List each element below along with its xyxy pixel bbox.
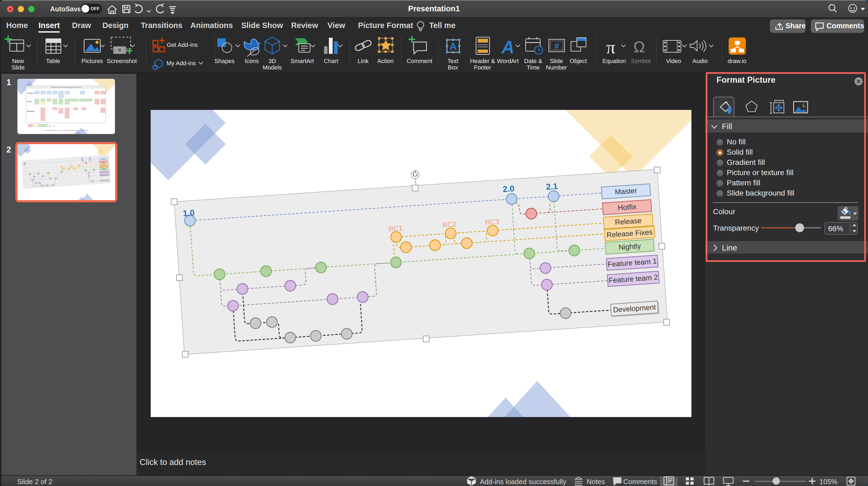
- svg-text:Hotfix: Hotfix: [618, 203, 637, 212]
- svg-text:Customer wants to purchase (a): Customer wants to purchase (a)vision's o…: [51, 87, 81, 88]
- svg-text:Nightly: Nightly: [618, 242, 641, 252]
- svg-text:Master: Master: [615, 187, 637, 196]
- svg-text:Sub-tasks: Sub-tasks: [27, 110, 34, 112]
- svg-text:A: A: [450, 41, 457, 52]
- svg-text:Issues: Issues: [27, 101, 32, 102]
- svg-text:2.1: 2.1: [546, 181, 558, 192]
- svg-text:RC2: RC2: [442, 220, 457, 229]
- svg-text:π: π: [606, 37, 615, 57]
- svg-text:RC3: RC3: [485, 218, 499, 226]
- svg-text:A: A: [501, 37, 514, 57]
- svg-text:1.0: 1.0: [183, 208, 195, 218]
- svg-text:A story map example constructe: A story map example constructed from bas…: [43, 130, 89, 131]
- svg-text:2.0: 2.0: [502, 184, 515, 194]
- svg-text:Ω: Ω: [633, 38, 645, 56]
- svg-text:#: #: [554, 41, 559, 51]
- svg-text:RC1: RC1: [389, 224, 403, 233]
- svg-text:Activities: Activities: [27, 92, 34, 94]
